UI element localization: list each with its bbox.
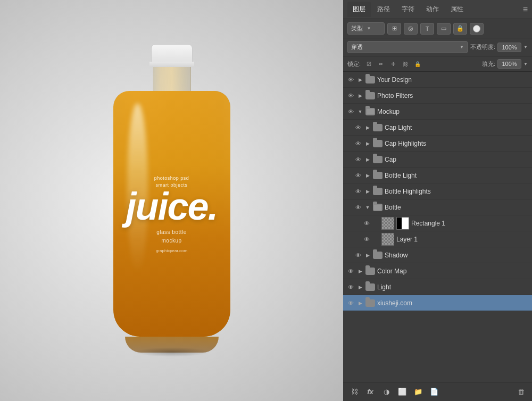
eye-icon[interactable]: 👁 [354, 187, 362, 196]
eye-icon[interactable]: 👁 [354, 123, 362, 132]
layer-item[interactable]: 👁 ▶ Light [343, 279, 532, 295]
layer-name: Light [377, 283, 529, 291]
juice-text: juice. [126, 189, 217, 224]
tab-chars[interactable]: 字符 [396, 2, 420, 17]
layer-list: 👁 ▶ Your Design 👁 ▶ Photo Filters 👁 ▼ Mo… [343, 72, 532, 382]
layer-item[interactable]: 👁 ▶ Your Design [343, 72, 532, 88]
layer-item[interactable]: 👁 Layer 1 [343, 231, 532, 247]
tab-actions[interactable]: 动作 [421, 2, 444, 17]
link-button[interactable]: ⛓ [348, 386, 360, 398]
tab-bar: 图层 路径 字符 动作 属性 ≡ [343, 0, 532, 19]
expand-arrow[interactable]: ▶ [357, 268, 363, 274]
layer-thumbnail [381, 217, 394, 230]
layer-name: Rectangle 1 [411, 220, 529, 227]
eye-icon[interactable]: 👁 [346, 299, 355, 307]
adjustment-button[interactable]: ◑ [380, 386, 392, 398]
layer-name: Cap Highlights [385, 140, 529, 147]
fill-value[interactable]: 100% [497, 59, 521, 69]
layer-item[interactable]: 👁 ▶ Cap Light [343, 120, 532, 136]
expand-arrow[interactable]: ▼ [364, 204, 371, 211]
filter-dot-btn[interactable] [470, 23, 484, 35]
expand-arrow[interactable]: ▶ [357, 77, 363, 83]
layer-item[interactable]: 👁 ▶ Photo Filters [343, 88, 532, 104]
eye-icon[interactable]: 👁 [354, 203, 362, 212]
tab-layers[interactable]: 图层 [347, 2, 371, 17]
eye-icon[interactable]: 👁 [346, 91, 355, 100]
delete-button[interactable]: 🗑 [515, 386, 527, 398]
layer-item[interactable]: 👁 Rectangle 1 [343, 215, 532, 231]
layer-item[interactable]: 👁 ▶ Cap [343, 152, 532, 168]
panel-menu-button[interactable]: ≡ [523, 5, 528, 14]
filter-lock-btn[interactable]: 🔒 [453, 23, 467, 35]
eye-icon[interactable]: 👁 [346, 267, 355, 275]
layer-name: Color Map [377, 268, 529, 275]
tab-paths[interactable]: 路径 [372, 2, 395, 17]
eye-icon[interactable]: 👁 [354, 139, 362, 148]
opacity-value[interactable]: 100% [497, 43, 521, 52]
expand-arrow[interactable]: ▶ [364, 172, 371, 179]
layer-name: Bottle Light [385, 172, 529, 179]
blend-arrow: ▼ [460, 45, 464, 49]
mask-button[interactable]: ⬜ [396, 386, 408, 398]
folder-icon [365, 108, 375, 115]
layer-item[interactable]: 👁 ▼ Bottle [343, 199, 532, 215]
layer-item[interactable]: 👁 ▶ Shadow [343, 247, 532, 263]
circle-dot-icon [473, 25, 480, 32]
expand-arrow[interactable]: ▶ [364, 156, 371, 163]
bottle-shadow [135, 347, 209, 357]
folder-icon [373, 252, 383, 259]
url-label: graphicpear.com [126, 248, 217, 253]
layer-name: Bottle [385, 204, 529, 211]
eye-icon[interactable]: 👁 [362, 219, 371, 228]
expand-arrow[interactable]: ▶ [357, 284, 363, 290]
layer-name: Cap [385, 156, 529, 163]
folder-icon [365, 92, 375, 99]
filter-rect-btn[interactable]: ▭ [437, 23, 451, 35]
layer-item[interactable]: 👁 ▶ xiusheji.com [343, 295, 532, 311]
layer-item[interactable]: 👁 ▶ Cap Highlights [343, 136, 532, 152]
opacity-row: 不透明度: 100% ▼ [470, 43, 528, 52]
eye-icon[interactable]: 👁 [354, 155, 362, 164]
filter-text-btn[interactable]: T [420, 23, 434, 35]
filter-type-select[interactable]: 类型 ▼ [347, 22, 385, 35]
eye-icon[interactable]: 👁 [346, 107, 355, 116]
lock-brush-btn[interactable]: ✏ [376, 59, 386, 69]
eye-icon[interactable]: 👁 [346, 283, 355, 291]
expand-arrow[interactable]: ▶ [364, 140, 371, 147]
lock-label: 锁定: [347, 60, 361, 68]
bottle-cap [151, 44, 193, 64]
layer-name: Photo Filters [377, 92, 529, 99]
lock-move-btn[interactable]: ✛ [388, 59, 398, 69]
layer-item[interactable]: 👁 ▶ Bottle Light [343, 168, 532, 183]
filter-bar: 类型 ▼ ⊞ ◎ T ▭ 🔒 [343, 19, 532, 38]
blend-row: 穿透 ▼ 不透明度: 100% ▼ [343, 38, 532, 56]
eye-icon[interactable]: 👁 [354, 171, 362, 180]
eye-icon[interactable]: 👁 [346, 76, 355, 84]
filter-circle-btn[interactable]: ◎ [404, 23, 418, 35]
watermark-text: photoshop psd smart objects [126, 175, 217, 188]
layer-item[interactable]: 👁 ▶ Bottle Highlights [343, 183, 532, 199]
expand-arrow[interactable]: ▶ [364, 188, 371, 195]
eye-icon[interactable]: 👁 [354, 251, 362, 260]
lock-padlock-btn[interactable]: 🔒 [412, 59, 423, 69]
folder-icon [373, 172, 383, 179]
new-layer-button[interactable]: 📄 [428, 386, 440, 398]
layer-name: xiusheji.com [377, 299, 529, 307]
expand-arrow[interactable]: ▶ [357, 93, 363, 99]
tab-props[interactable]: 属性 [445, 2, 469, 17]
group-button[interactable]: 📁 [412, 386, 424, 398]
layer-item[interactable]: 👁 ▼ Mockup [343, 104, 532, 120]
layer-item[interactable]: 👁 ▶ Color Map [343, 263, 532, 279]
lock-link-btn[interactable]: ⛓ [400, 59, 411, 69]
bottle-label: photoshop psd smart objects juice. glass… [126, 175, 217, 253]
eye-icon[interactable]: 👁 [362, 235, 371, 244]
expand-arrow[interactable]: ▶ [357, 300, 363, 306]
expand-arrow[interactable]: ▶ [364, 124, 371, 131]
lock-check-btn[interactable]: ☑ [363, 59, 374, 69]
fx-button[interactable]: fx [364, 386, 376, 398]
blend-mode-select[interactable]: 穿透 ▼ [347, 41, 468, 53]
bottle-body: photoshop psd smart objects juice. glass… [113, 91, 230, 337]
expand-arrow[interactable]: ▶ [364, 252, 371, 258]
filter-image-btn[interactable]: ⊞ [387, 23, 401, 35]
expand-arrow[interactable]: ▼ [357, 108, 363, 115]
